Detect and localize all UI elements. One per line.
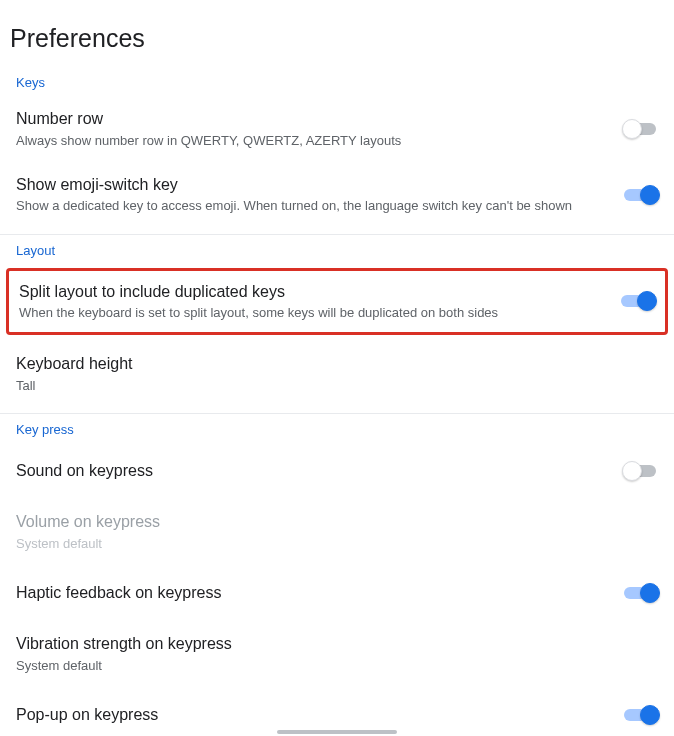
pref-sub: System default xyxy=(16,535,642,553)
pref-title: Volume on keypress xyxy=(16,511,642,533)
pref-split-layout[interactable]: Split layout to include duplicated keys … xyxy=(9,271,665,333)
pref-title: Vibration strength on keypress xyxy=(16,633,642,655)
toggle-split-layout[interactable] xyxy=(621,294,655,308)
pref-keyboard-height[interactable]: Keyboard height Tall xyxy=(0,341,674,407)
section-header-keys: Keys xyxy=(0,71,674,96)
pref-title: Number row xyxy=(16,108,608,130)
highlight-split-layout: Split layout to include duplicated keys … xyxy=(6,268,668,336)
pref-sub: Always show number row in QWERTY, QWERTZ… xyxy=(16,132,608,150)
pref-title: Sound on keypress xyxy=(16,460,608,482)
toggle-number-row[interactable] xyxy=(624,122,658,136)
pref-volume: Volume on keypress System default xyxy=(0,499,674,565)
toggle-haptic[interactable] xyxy=(624,586,658,600)
toggle-emoji-switch[interactable] xyxy=(624,188,658,202)
divider xyxy=(0,413,674,414)
pref-sub: System default xyxy=(16,657,642,675)
pref-emoji-switch[interactable]: Show emoji-switch key Show a dedicated k… xyxy=(0,162,674,228)
pref-title: Show emoji-switch key xyxy=(16,174,608,196)
pref-title: Pop-up on keypress xyxy=(16,704,608,726)
page-title: Preferences xyxy=(0,0,674,71)
divider xyxy=(0,234,674,235)
pref-number-row[interactable]: Number row Always show number row in QWE… xyxy=(0,96,674,162)
pref-sub: Show a dedicated key to access emoji. Wh… xyxy=(16,197,608,215)
pref-sound[interactable]: Sound on keypress xyxy=(0,443,674,499)
toggle-popup[interactable] xyxy=(624,708,658,722)
pref-vibration[interactable]: Vibration strength on keypress System de… xyxy=(0,621,674,687)
section-header-keypress: Key press xyxy=(0,418,674,443)
pref-title: Haptic feedback on keypress xyxy=(16,582,608,604)
pref-popup[interactable]: Pop-up on keypress xyxy=(0,687,674,736)
toggle-sound[interactable] xyxy=(624,464,658,478)
pref-title: Split layout to include duplicated keys xyxy=(19,281,605,303)
pref-haptic[interactable]: Haptic feedback on keypress xyxy=(0,565,674,621)
pref-title: Keyboard height xyxy=(16,353,642,375)
pref-sub: When the keyboard is set to split layout… xyxy=(19,304,605,322)
pref-sub: Tall xyxy=(16,377,642,395)
scroll-indicator xyxy=(277,730,397,734)
section-header-layout: Layout xyxy=(0,239,674,264)
